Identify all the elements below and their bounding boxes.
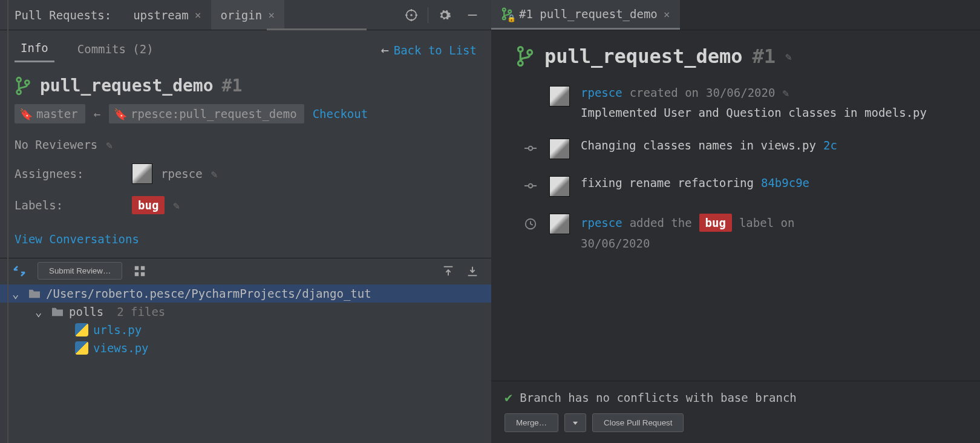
tab-label: upstream — [133, 8, 189, 22]
bookmark-icon: 🔖 — [19, 108, 33, 120]
svg-point-7 — [17, 77, 21, 82]
edit-icon[interactable]: ✎ — [782, 87, 789, 99]
svg-point-18 — [503, 8, 506, 11]
merge-status-text: Branch has no conflicts with base branch — [520, 391, 797, 404]
close-icon[interactable]: × — [664, 8, 670, 21]
svg-rect-11 — [141, 266, 145, 269]
edit-icon[interactable]: ✎ — [173, 199, 180, 212]
assignees-row: Assignees: rpesce ✎ — [0, 157, 491, 190]
collapse-all-icon[interactable] — [466, 264, 479, 278]
python-file-icon — [75, 341, 88, 355]
tree-folder[interactable]: ⌄ polls 2 files — [0, 303, 491, 321]
tab-commits[interactable]: Commits (2) — [71, 39, 160, 62]
lock-icon: 🔒 — [507, 14, 516, 22]
chevron-down-icon[interactable]: ⌄ — [35, 305, 46, 318]
pr-detail-header: pull_request_demo #1 ✎ — [491, 30, 980, 73]
tree-file[interactable]: urls.py — [0, 321, 491, 339]
labels-label: Labels: — [15, 199, 123, 212]
event-text: label on — [739, 216, 795, 229]
clock-icon — [523, 217, 538, 231]
merge-button[interactable]: Merge… — [505, 413, 558, 432]
svg-rect-13 — [141, 272, 145, 275]
file-name: urls.py — [93, 323, 142, 336]
changed-files-tree: ⌄ /Users/roberto.pesce/PycharmProjects/d… — [0, 283, 491, 357]
bookmark-icon: 🔖 — [114, 108, 127, 120]
git-branch-icon — [15, 76, 31, 96]
close-icon[interactable]: × — [195, 8, 201, 21]
svg-rect-10 — [135, 266, 139, 269]
tab-label: origin — [221, 8, 263, 22]
commit-hash[interactable]: 84b9c9e — [761, 176, 809, 189]
assignees-label: Assignees: — [15, 167, 123, 180]
pull-requests-panel: Pull Requests: upstream × origin × Info … — [0, 0, 491, 443]
timeline-label-event: rpesce added the bug label on 30/06/2020 — [523, 205, 968, 258]
pr-number: #1 — [753, 45, 776, 68]
pr-toolbar-title: Pull Requests: — [15, 8, 111, 22]
view-conversations-link[interactable]: View Conversations — [0, 220, 491, 258]
close-pr-button[interactable]: Close Pull Request — [592, 413, 684, 432]
svg-point-1 — [411, 15, 412, 16]
avatar — [549, 86, 570, 107]
diff-arrows-icon[interactable] — [12, 264, 27, 278]
svg-rect-6 — [468, 15, 477, 16]
branch-row: 🔖 master ← 🔖 rpesce:pull_request_demo Ch… — [0, 100, 491, 132]
checkout-link[interactable]: Checkout — [313, 107, 368, 120]
event-date: 30/06/2020 — [581, 237, 968, 250]
edit-icon[interactable]: ✎ — [106, 139, 113, 151]
target-branch-chip[interactable]: 🔖 master — [15, 104, 85, 123]
label-chip[interactable]: bug — [699, 214, 732, 232]
back-to-list-link[interactable]: ← Back to List — [381, 42, 477, 57]
file-count: 2 files — [117, 305, 165, 318]
tree-root[interactable]: ⌄ /Users/roberto.pesce/PycharmProjects/d… — [0, 284, 491, 303]
svg-point-21 — [518, 47, 523, 52]
label-chip[interactable]: bug — [132, 196, 165, 214]
tree-file[interactable]: views.py — [0, 339, 491, 357]
editor-tab-pr[interactable]: 🔒 #1 pull_request_demo × — [491, 0, 680, 30]
pr-title: pull_request_demo — [40, 76, 214, 96]
merge-dropdown-button[interactable] — [564, 413, 586, 432]
tab-label: #1 pull_request_demo — [519, 7, 658, 21]
username-link[interactable]: rpesce — [581, 216, 622, 229]
event-text: added the — [630, 216, 692, 229]
folder-icon — [28, 288, 41, 299]
pr-toolbar: Pull Requests: upstream × origin × — [0, 0, 491, 30]
avatar — [549, 176, 570, 197]
commit-node-icon — [523, 180, 538, 192]
submit-review-button[interactable]: Submit Review… — [38, 262, 122, 280]
avatar — [549, 139, 570, 159]
avatar — [549, 214, 570, 234]
pr-description: Implemented User and Question classes in… — [581, 104, 968, 122]
svg-point-24 — [529, 146, 533, 150]
created-date: 30/06/2020 — [706, 86, 775, 99]
folder-icon — [51, 306, 64, 317]
gear-icon[interactable] — [431, 8, 459, 22]
commit-message[interactable]: fixing rename refactoring — [581, 176, 754, 189]
source-branch-chip[interactable]: 🔖 rpesce:pull_request_demo — [109, 104, 304, 123]
merge-status: ✔ Branch has no conflicts with base bran… — [505, 390, 967, 405]
editor-tabs: 🔒 #1 pull_request_demo × — [491, 0, 980, 30]
commit-message[interactable]: Changing classes names in views.py — [581, 139, 816, 152]
arrow-left-icon: ← — [94, 107, 100, 120]
pr-detail-panel: 🔒 #1 pull_request_demo × pull_request_de… — [491, 0, 980, 443]
pr-title: pull_request_demo — [544, 45, 743, 68]
edit-icon[interactable]: ✎ — [211, 168, 218, 180]
svg-point-23 — [528, 50, 532, 55]
commit-hash[interactable]: 2c — [823, 139, 837, 152]
chevron-down-icon[interactable]: ⌄ — [12, 287, 23, 300]
svg-point-9 — [25, 80, 29, 84]
expand-all-icon[interactable] — [442, 264, 455, 278]
remote-tab-origin[interactable]: origin × — [211, 0, 284, 30]
edit-icon[interactable]: ✎ — [785, 50, 792, 63]
svg-point-8 — [17, 90, 21, 94]
grid-icon[interactable] — [133, 264, 146, 278]
back-label: Back to List — [394, 44, 477, 57]
remote-tab-upstream[interactable]: upstream × — [123, 0, 211, 30]
username-link[interactable]: rpesce — [581, 86, 622, 99]
reviewers-row: No Reviewers ✎ — [0, 132, 491, 157]
minimize-icon[interactable] — [459, 8, 486, 22]
avatar — [132, 163, 152, 184]
root-path: /Users/roberto.pesce/PycharmProjects/dja… — [46, 287, 371, 300]
close-icon[interactable]: × — [268, 8, 275, 21]
target-icon[interactable] — [397, 8, 425, 22]
tab-info[interactable]: Info — [15, 38, 54, 62]
